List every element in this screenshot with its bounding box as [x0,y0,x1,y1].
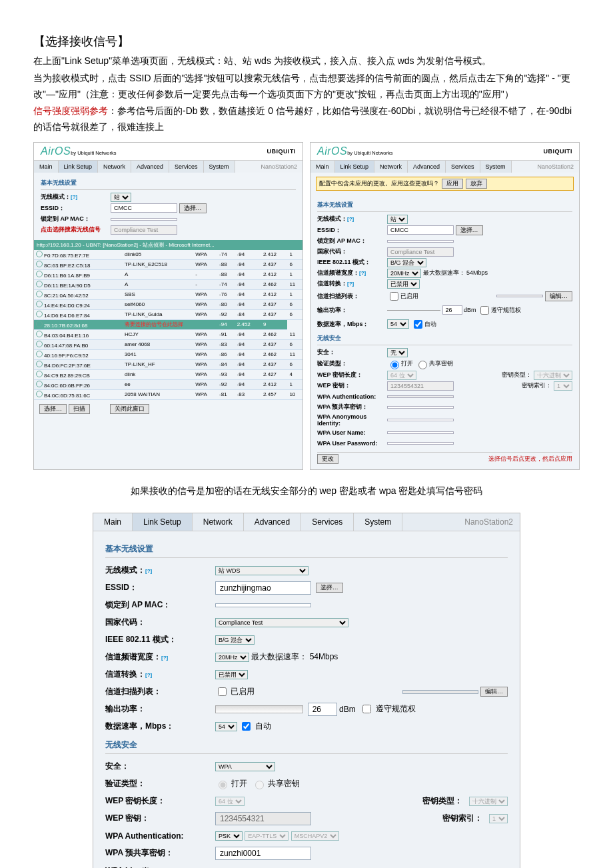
bchk-auto[interactable] [242,722,251,731]
tab-linksetup-r[interactable]: Link Setup [335,161,375,173]
btn-discard[interactable]: 放弃 [466,179,487,189]
sel-chwidth-r[interactable]: 20MHz [387,269,421,278]
bsel-chwidth[interactable]: 20MHz [215,653,249,662]
tab-services-r[interactable]: Services [446,161,480,173]
bsel-eap: EAP-TTLS [245,831,289,841]
inp-lockmac-r[interactable] [387,240,454,243]
btab-system[interactable]: System [354,513,402,531]
survey-row[interactable]: 14:D6:E4:D6:E7:84TP-LINK_GuidaWPA-92-842… [34,309,303,319]
survey-row[interactable]: 60:14:47:68:FA:B0amer 4068WPA-83-942.437… [34,339,303,349]
inp-wpaun-r[interactable] [387,431,454,434]
bsel-ieee[interactable]: B/G 混合 [215,635,255,645]
binp-essid[interactable]: zunzhijingmao [215,581,311,595]
tab-main[interactable]: Main [34,161,59,173]
sel-ieee-r[interactable]: B/G 混合 [387,258,426,267]
survey-row[interactable]: 8C:63:BF:E2:C5:18TP-LINK_E2C518WPA-88-94… [34,259,303,269]
inp-lockmac[interactable] [111,218,177,221]
bsel-rate[interactable]: 54 [215,722,237,731]
chk-auto-r[interactable] [414,320,422,329]
survey-row[interactable]: 14:E4:E4:D0:C9:24self4060WPA-80-942.4376 [34,299,303,309]
btn-survey-scan[interactable]: 扫描 [69,404,90,414]
chk-chscan-r[interactable] [390,292,398,301]
tab-advanced-r[interactable]: Advanced [408,161,446,173]
btxt-enable: 已启用 [231,686,255,697]
lbl-wpaano-r: WPA Anonymous Identity: [317,413,387,427]
survey-row[interactable]: F0:7D:68:75:E7:7Edlink05WPA-74-942.4121 [34,250,303,260]
inp-wpaano-r[interactable] [387,419,454,421]
bsel-mode[interactable]: 站 WDS [215,566,308,575]
survey-row[interactable]: 84:C9:B2:89:29:CBdlinkWPA-93-942.4274 [34,369,303,379]
btab-network[interactable]: Network [193,513,244,531]
blbl-wepkey: WEP 密钥： [105,813,215,824]
btn-survey-select[interactable]: 选择… [39,404,67,414]
inp-power-r[interactable]: 26 [442,305,462,315]
tab-system-r[interactable]: System [480,161,512,173]
btn-survey-close[interactable]: 关闭此窗口 [110,404,149,414]
bsel-sec[interactable]: WPA [215,762,275,771]
sel-keyidx-r: 1 [554,381,572,391]
intro-para-3: 信号强度强弱参考：参考信号后面的-Db 数，数值越接近 0 信号越好，比如信号强… [33,103,580,135]
txt-shared-r: 共享密钥 [429,359,453,368]
blbl-wpapsk: WPA 预共享密钥： [105,847,215,859]
survey-row[interactable]: D6:11:BE:1A:90:D5A--74-942.46211 [34,279,303,289]
tab-advanced[interactable]: Advanced [131,161,169,173]
bbtn-select[interactable]: 选择… [316,583,343,593]
rad-open-r[interactable] [390,361,399,369]
btn-chedit-r[interactable]: 编辑… [545,291,572,301]
bchk-obey[interactable] [362,705,371,713]
btab-linksetup[interactable]: Link Setup [133,513,193,531]
btab-main[interactable]: Main [93,513,133,531]
lbl-wpapsk-r: WPA 预共享密钥： [317,403,387,411]
survey-row[interactable]: B4:0C:6D:75:81:6C2058 WAITIANWPA-81-832.… [34,389,303,399]
survey-row[interactable]: D6:11:B6:1A:8F:B9A--88-942.4121 [34,269,303,279]
tab-services[interactable]: Services [169,161,204,173]
survey-row[interactable]: 28:10:7B:62:8d:68将要连接的信号在此选择-942.4529 [34,319,303,329]
sel-mode-r[interactable]: 站 [387,215,408,224]
sel-rate-r[interactable]: 54 [387,319,409,329]
bsel-keyidx: 1 [489,814,508,823]
bchk-chscan[interactable] [218,687,227,696]
logo: AirOS [41,145,71,157]
inp-wpapsk-r[interactable] [387,406,454,409]
blbl-chshift: 信道转换： [105,669,145,679]
lbl-power-r: 输出功率： [317,306,387,315]
bsel-wpaauth[interactable]: PSK [215,831,243,841]
chk-obey-r[interactable] [480,306,489,315]
tab-network-r[interactable]: Network [374,161,408,173]
bdbm: dBm [339,705,356,714]
rad-shared-r[interactable] [418,361,427,369]
lbl-essid: ESSID： [41,204,111,213]
lbl-wepkey-r: WEP 密钥： [317,381,387,390]
btn-essid-select-r[interactable]: 选择… [456,225,483,235]
inp-wpapw-r[interactable] [387,442,454,445]
btab-advanced[interactable]: Advanced [244,513,301,531]
bbtn-edit[interactable]: 编辑… [480,687,508,697]
binp-wpapsk[interactable]: zunzhi0001 [215,847,311,860]
btn-change-r[interactable]: 更改 [317,454,338,464]
survey-row[interactable]: B4:D6:FC:2F:37:6ETP-LINK_HFWPA-84-942.43… [34,359,303,369]
sel-mode[interactable]: 站 [111,193,131,202]
bsel-country[interactable]: Compliance Test [215,618,348,627]
tab-network[interactable]: Network [98,161,131,173]
inp-essid[interactable]: CMCC [111,203,177,213]
binp-power[interactable]: 26 [308,703,337,716]
btn-essid-select[interactable]: 选择… [179,203,207,213]
btn-apply[interactable]: 应用 [442,179,463,189]
tab-linksetup[interactable]: Link Setup [59,161,99,173]
sel-sec-r[interactable]: 无 [387,348,408,357]
tab-main-r[interactable]: Main [310,161,335,173]
survey-row[interactable]: 40:16:9F:F6:C9:523041WPA-86-942.46211 [34,349,303,359]
blbl-ieee: IEEE 802.11 模式： [105,634,215,645]
lbl-chwidth-r: 信道频谱宽度： [317,269,359,276]
binp-lockmac[interactable] [215,603,311,607]
survey-row[interactable]: 8C:21:0A:56:42:52SBSWPA-76-942.4121 [34,289,303,299]
survey-row[interactable]: 84:0C:6D:6B:FF:26eeWPA-92-942.4121 [34,379,303,389]
sel-chshift-r[interactable]: 已禁用 [387,279,420,289]
tab-system[interactable]: System [204,161,235,173]
survey-row[interactable]: B4:03:04:B4:E1:16HCJYWPA-91-942.46211 [34,329,303,339]
btab-services[interactable]: Services [301,513,354,531]
panel-left: AirOSby Ubiquiti Networks UBIQUITI Main … [33,142,303,470]
bsel-chshift[interactable]: 已禁用 [215,670,248,679]
inp-essid-r[interactable]: CMCC [387,225,454,235]
lbl-rate-r: 数据速率，Mbps： [317,320,387,329]
